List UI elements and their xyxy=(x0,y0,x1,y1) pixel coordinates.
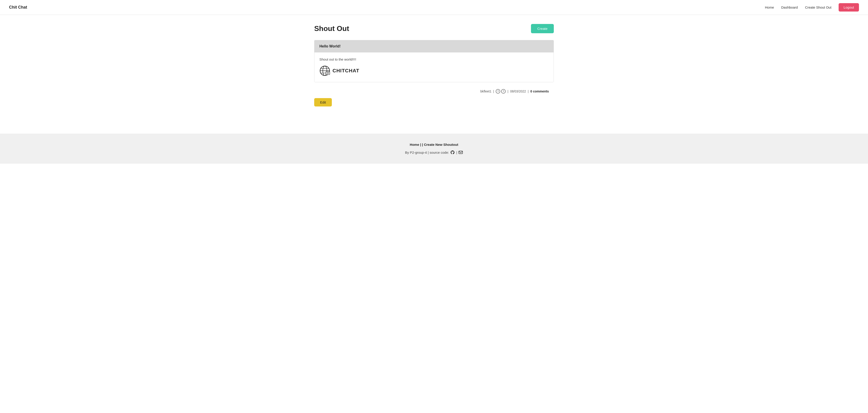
svg-rect-5 xyxy=(326,72,330,74)
logout-button[interactable]: Logout xyxy=(839,3,859,11)
navbar-links: Home Dashboard Create Shout Out Logout xyxy=(765,3,859,11)
footer-sep1: | xyxy=(420,142,421,147)
meta-icons: ? ? xyxy=(496,89,506,94)
navbar-brand: Chit Chat xyxy=(9,5,27,10)
logo-chit: CHIT xyxy=(333,68,345,73)
reaction-icon-1: ? xyxy=(496,89,500,94)
mail-icon[interactable] xyxy=(458,150,463,155)
footer-sep2: | xyxy=(422,142,423,147)
meta-sep2: | xyxy=(506,90,509,93)
footer-by: By P2-group-4 | source code: | xyxy=(4,150,864,155)
shoutout-card: Hello World! Shout out to the world!!!! xyxy=(314,40,554,82)
navbar: Chit Chat Home Dashboard Create Shout Ou… xyxy=(0,0,868,15)
meta-comments: 0 comments xyxy=(530,90,549,93)
shoutout-meta: bkfleet1 | ? ? | 08/03/2022 | 0 comments xyxy=(314,87,554,96)
shoutout-card-header: Hello World! xyxy=(314,40,554,53)
svg-rect-9 xyxy=(459,151,463,154)
logo-chat: CHAT xyxy=(345,68,359,73)
meta-sep3: | xyxy=(527,90,529,93)
nav-create-shout-out-link[interactable]: Create Shout Out xyxy=(805,5,831,9)
footer-by-text: By P2-group-4 | source code: xyxy=(405,151,449,154)
nav-dashboard-link[interactable]: Dashboard xyxy=(781,5,798,9)
logo-text: CHITCHAT xyxy=(333,68,360,74)
create-button[interactable]: Create xyxy=(531,24,554,33)
footer-links: Home | | Create New Shoutout xyxy=(4,142,864,147)
footer-create-link[interactable]: Create New Shoutout xyxy=(424,142,458,147)
shoutout-card-body: Shout out to the world!!!! CHITCHAT xyxy=(314,53,554,82)
page-title: Shout Out xyxy=(314,24,349,33)
reaction-icon-2: ? xyxy=(501,89,506,94)
footer: Home | | Create New Shoutout By P2-group… xyxy=(0,134,868,164)
meta-sep1: | xyxy=(492,90,495,93)
footer-pipe: | xyxy=(456,151,457,154)
page-header: Shout Out Create xyxy=(314,24,554,33)
edit-button[interactable]: Edit xyxy=(314,98,332,106)
meta-date: 08/03/2022 xyxy=(510,90,526,93)
shoutout-logo: CHITCHAT xyxy=(319,65,549,76)
meta-user: bkfleet1 xyxy=(480,90,491,93)
shoutout-title: Hello World! xyxy=(319,44,341,48)
main-container: Shout Out Create Hello World! Shout out … xyxy=(310,15,558,116)
nav-home-link[interactable]: Home xyxy=(765,5,774,9)
globe-icon xyxy=(319,65,330,76)
shoutout-body-text: Shout out to the world!!!! xyxy=(319,57,549,61)
github-icon[interactable] xyxy=(450,150,455,155)
footer-home-link[interactable]: Home xyxy=(410,142,419,147)
